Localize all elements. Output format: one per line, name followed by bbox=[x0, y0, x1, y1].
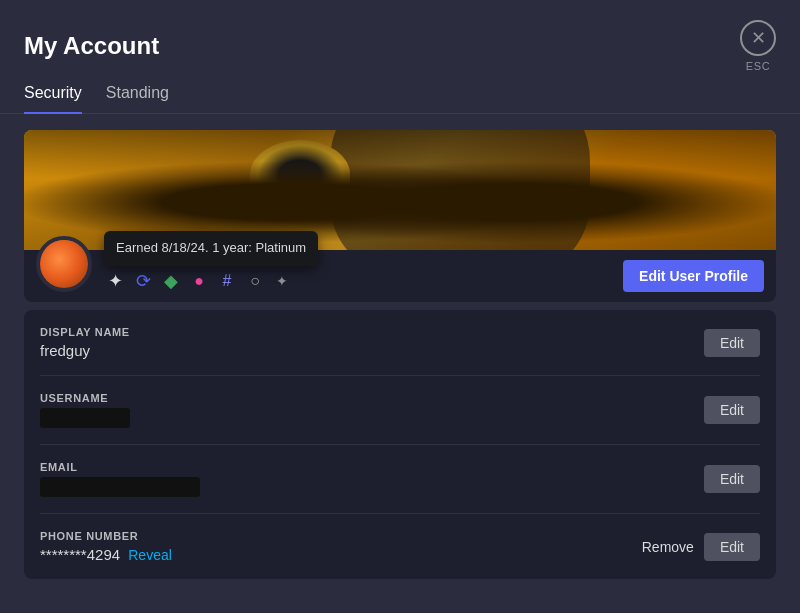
modal-header: My Account ✕ ESC bbox=[0, 0, 800, 72]
content-area: ✦ Earned 8/18/24. 1 year: Platinum ⟳ ◆ ●… bbox=[0, 114, 800, 613]
badge-3[interactable]: ● bbox=[188, 270, 210, 292]
tab-security[interactable]: Security bbox=[24, 84, 82, 114]
phone-value: ********4294 Reveal bbox=[40, 546, 642, 563]
badge-1[interactable]: ⟳ bbox=[132, 270, 154, 292]
phone-field: PHONE NUMBER ********4294 Reveal bbox=[40, 530, 642, 563]
email-label: EMAIL bbox=[40, 461, 704, 473]
close-button[interactable]: ✕ ESC bbox=[740, 20, 776, 72]
avatar-wrap bbox=[36, 236, 92, 292]
edit-profile-button[interactable]: Edit User Profile bbox=[623, 260, 764, 292]
profile-banner bbox=[24, 130, 776, 250]
badge-platinum[interactable]: ✦ Earned 8/18/24. 1 year: Platinum bbox=[104, 270, 126, 292]
email-field: EMAIL bbox=[40, 461, 704, 497]
phone-row: PHONE NUMBER ********4294 Reveal Remove … bbox=[40, 514, 760, 579]
display-name-label: DISPLAY NAME bbox=[40, 326, 704, 338]
avatar-image bbox=[40, 240, 88, 288]
email-row: EMAIL Edit bbox=[40, 445, 760, 514]
reveal-link[interactable]: Reveal bbox=[128, 547, 172, 563]
fields-card: DISPLAY NAME fredguy Edit USERNAME Edit bbox=[24, 310, 776, 579]
username-field: USERNAME bbox=[40, 392, 704, 428]
badge-2[interactable]: ◆ bbox=[160, 270, 182, 292]
badge-row: ✦ Earned 8/18/24. 1 year: Platinum ⟳ ◆ ●… bbox=[92, 270, 623, 292]
username-actions: Edit bbox=[704, 396, 760, 424]
modal-title: My Account bbox=[24, 32, 159, 60]
esc-label: ESC bbox=[746, 60, 770, 72]
banner-art bbox=[24, 130, 776, 250]
tab-standing[interactable]: Standing bbox=[106, 84, 169, 114]
username-value-redacted bbox=[40, 408, 130, 428]
email-actions: Edit bbox=[704, 465, 760, 493]
phone-actions: Remove Edit bbox=[642, 533, 760, 561]
email-edit-button[interactable]: Edit bbox=[704, 465, 760, 493]
display-name-actions: Edit bbox=[704, 329, 760, 357]
badge-5[interactable]: ○ bbox=[244, 270, 266, 292]
sparkle-icon: ✦ bbox=[276, 273, 288, 289]
username-row: USERNAME Edit bbox=[40, 376, 760, 445]
phone-label: PHONE NUMBER bbox=[40, 530, 642, 542]
display-name-row: DISPLAY NAME fredguy Edit bbox=[40, 310, 760, 376]
display-name-field: DISPLAY NAME fredguy bbox=[40, 326, 704, 359]
badge-4[interactable]: # bbox=[216, 270, 238, 292]
close-icon[interactable]: ✕ bbox=[740, 20, 776, 56]
username-label: USERNAME bbox=[40, 392, 704, 404]
tabs-bar: Security Standing bbox=[0, 72, 800, 114]
email-value-redacted bbox=[40, 477, 200, 497]
phone-edit-button[interactable]: Edit bbox=[704, 533, 760, 561]
remove-phone-link[interactable]: Remove bbox=[642, 539, 694, 555]
avatar bbox=[36, 236, 92, 292]
username-edit-button[interactable]: Edit bbox=[704, 396, 760, 424]
display-name-edit-button[interactable]: Edit bbox=[704, 329, 760, 357]
profile-row: ✦ Earned 8/18/24. 1 year: Platinum ⟳ ◆ ●… bbox=[24, 250, 776, 302]
display-name-value: fredguy bbox=[40, 342, 704, 359]
account-modal: My Account ✕ ESC Security Standing bbox=[0, 0, 800, 613]
